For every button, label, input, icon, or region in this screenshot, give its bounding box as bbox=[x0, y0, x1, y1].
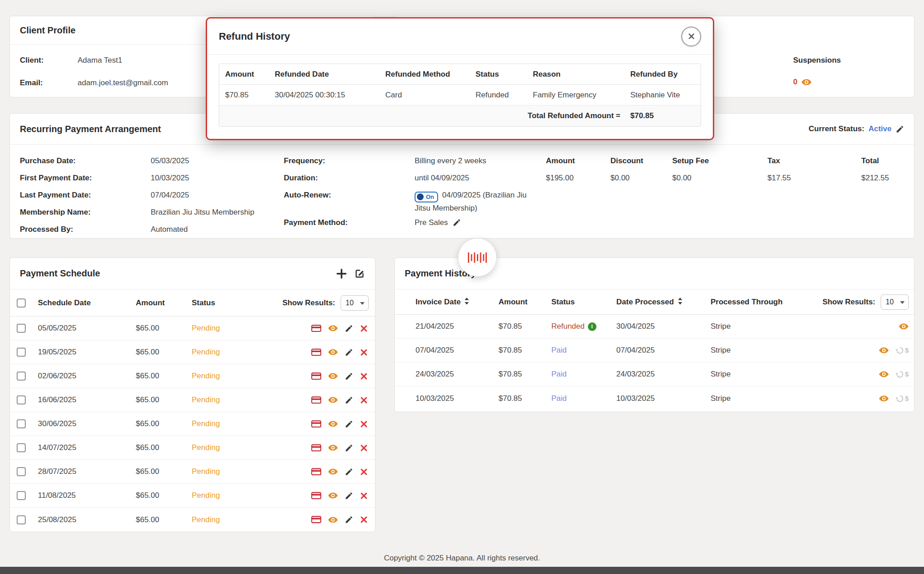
view-payment-icon[interactable] bbox=[328, 492, 338, 499]
row-checkbox[interactable] bbox=[17, 491, 26, 500]
delete-payment-icon[interactable] bbox=[360, 396, 368, 404]
row-checkbox[interactable] bbox=[17, 395, 26, 404]
refund-payment-icon[interactable] bbox=[896, 370, 909, 378]
charge-card-icon[interactable] bbox=[311, 372, 321, 380]
frequency-row: Frequency: Billing every 2 weeks bbox=[284, 152, 545, 170]
view-invoice-icon[interactable] bbox=[899, 323, 909, 330]
toggle-knob bbox=[417, 193, 424, 200]
view-payment-icon[interactable] bbox=[328, 349, 338, 355]
pricing-value: $0.00 bbox=[610, 174, 672, 183]
charge-card-icon[interactable] bbox=[311, 468, 321, 476]
bottom-bar bbox=[0, 567, 924, 574]
select-all-checkbox[interactable] bbox=[17, 298, 26, 308]
auto-renew-toggle[interactable]: On bbox=[415, 192, 438, 202]
row-checkbox[interactable] bbox=[17, 467, 26, 476]
edit-payment-icon[interactable] bbox=[345, 420, 353, 428]
view-suspensions-icon[interactable] bbox=[801, 79, 812, 85]
row-actions bbox=[879, 395, 909, 402]
schedule-status: Pending bbox=[192, 372, 259, 381]
row-checkbox[interactable] bbox=[17, 348, 26, 357]
processed-through: Stripe bbox=[711, 370, 819, 379]
column-invoice-date[interactable]: Invoice Date bbox=[416, 298, 499, 307]
edit-payment-icon[interactable] bbox=[345, 396, 353, 404]
field-label: Frequency: bbox=[284, 152, 415, 170]
column-amount: Amount bbox=[136, 298, 192, 308]
delete-payment-icon[interactable] bbox=[360, 468, 368, 476]
delete-payment-icon[interactable] bbox=[360, 492, 368, 500]
schedule-date: 19/05/2025 bbox=[38, 348, 136, 357]
edit-payment-icon[interactable] bbox=[345, 468, 353, 476]
payment-method-value: Pre Sales bbox=[415, 214, 461, 231]
edit-payment-icon[interactable] bbox=[345, 515, 353, 524]
refund-payment-icon[interactable] bbox=[896, 346, 909, 354]
delete-payment-icon[interactable] bbox=[360, 325, 368, 332]
edit-payment-icon[interactable] bbox=[345, 324, 353, 333]
pricing-header: Amount bbox=[546, 156, 610, 165]
edit-payment-method-icon[interactable] bbox=[453, 218, 461, 227]
page-size-select[interactable]: 10 bbox=[881, 294, 909, 310]
view-payment-icon[interactable] bbox=[328, 445, 338, 451]
add-payment-icon[interactable] bbox=[336, 268, 347, 279]
view-payment-icon[interactable] bbox=[328, 373, 338, 379]
charge-card-icon[interactable] bbox=[311, 516, 321, 523]
bulk-edit-icon[interactable] bbox=[354, 268, 365, 279]
charge-card-icon[interactable] bbox=[311, 396, 321, 404]
edit-payment-icon[interactable] bbox=[345, 348, 353, 357]
current-status-link[interactable]: Active bbox=[869, 124, 892, 133]
view-payment-icon[interactable] bbox=[328, 325, 338, 331]
delete-payment-icon[interactable] bbox=[360, 349, 368, 356]
view-payment-icon[interactable] bbox=[328, 397, 338, 403]
row-actions bbox=[311, 515, 368, 524]
row-checkbox[interactable] bbox=[17, 419, 26, 428]
schedule-row: 16/06/2025 $65.00 Pending bbox=[10, 388, 375, 412]
column-date-processed[interactable]: Date Processed bbox=[616, 298, 711, 307]
date-processed: 07/04/2025 bbox=[616, 346, 711, 355]
edit-status-icon[interactable] bbox=[896, 125, 904, 133]
column-amount: Amount bbox=[499, 298, 551, 307]
row-actions bbox=[311, 468, 368, 476]
row-checkbox[interactable] bbox=[17, 515, 26, 524]
close-icon[interactable] bbox=[681, 27, 701, 46]
row-checkbox[interactable] bbox=[17, 324, 26, 333]
view-payment-icon[interactable] bbox=[328, 517, 338, 523]
delete-payment-icon[interactable] bbox=[360, 516, 368, 523]
row-checkbox[interactable] bbox=[17, 372, 26, 381]
sort-icon bbox=[678, 298, 683, 304]
toggle-label: On bbox=[426, 191, 434, 203]
schedule-header-icons bbox=[336, 268, 365, 279]
page-size-select[interactable]: 10 bbox=[341, 295, 369, 311]
edit-payment-icon[interactable] bbox=[345, 372, 353, 381]
date-processed: 24/03/2025 bbox=[616, 370, 711, 379]
charge-card-icon[interactable] bbox=[311, 325, 321, 332]
delete-payment-icon[interactable] bbox=[360, 372, 368, 380]
charge-card-icon[interactable] bbox=[311, 444, 321, 452]
view-invoice-icon[interactable] bbox=[879, 371, 889, 377]
view-payment-icon[interactable] bbox=[328, 468, 338, 475]
schedule-row: 14/07/2025 $65.00 Pending bbox=[10, 436, 375, 460]
charge-card-icon[interactable] bbox=[311, 420, 321, 428]
view-invoice-icon[interactable] bbox=[879, 347, 889, 354]
charge-card-icon[interactable] bbox=[311, 492, 321, 500]
refund-rows: $70.85 30/04/2025 00:30:15 Card Refunded… bbox=[219, 85, 701, 106]
refund-payment-icon[interactable] bbox=[896, 395, 909, 402]
invoice-status: Paid bbox=[551, 370, 616, 379]
view-payment-icon[interactable] bbox=[328, 421, 338, 427]
row-check-cell bbox=[17, 395, 38, 404]
edit-payment-icon[interactable] bbox=[345, 491, 353, 500]
field-value: Automated bbox=[151, 221, 188, 238]
row-check-cell bbox=[17, 372, 38, 381]
charge-card-icon[interactable] bbox=[311, 349, 321, 356]
row-check-cell bbox=[17, 443, 38, 452]
delete-payment-icon[interactable] bbox=[360, 444, 368, 452]
column-processed-through: Processed Through bbox=[711, 298, 819, 307]
schedule-amount: $65.00 bbox=[136, 395, 192, 404]
refund-info-icon[interactable] bbox=[588, 322, 596, 331]
row-checkbox[interactable] bbox=[17, 443, 26, 452]
edit-payment-icon[interactable] bbox=[345, 444, 353, 452]
total-refunded-value: $70.85 bbox=[630, 111, 701, 120]
delete-payment-icon[interactable] bbox=[360, 420, 368, 428]
suspensions-value: 0 bbox=[793, 78, 812, 87]
view-invoice-icon[interactable] bbox=[879, 395, 889, 402]
row-actions bbox=[879, 370, 909, 378]
schedule-date: 14/07/2025 bbox=[38, 443, 136, 452]
